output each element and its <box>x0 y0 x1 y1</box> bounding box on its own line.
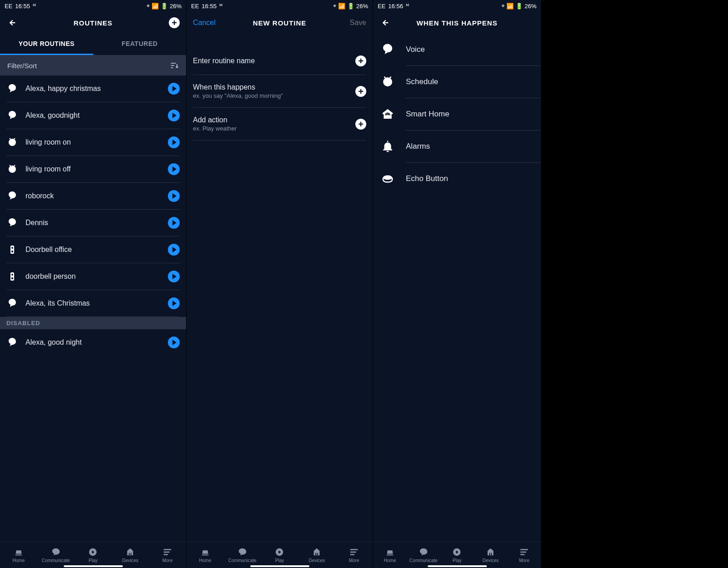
nav-label: More <box>162 558 173 563</box>
battery-icon: 🔋 <box>516 3 523 10</box>
play-button[interactable] <box>168 244 180 256</box>
svg-point-1 <box>11 247 13 249</box>
nav-play[interactable]: Play <box>261 542 298 568</box>
status-right: ⌖ 📶 🔋 26% <box>501 2 536 10</box>
nav-play[interactable]: Play <box>440 542 474 568</box>
nav-label: Play <box>453 558 461 563</box>
tab-your-routines[interactable]: YOUR ROUTINES <box>0 34 93 55</box>
option-subtitle: ex. Play weather <box>193 125 349 132</box>
routine-row[interactable]: doorbell person <box>0 263 186 290</box>
trigger-echo-button[interactable]: Echo Button <box>373 163 541 195</box>
back-button[interactable] <box>6 18 16 28</box>
gmail-icon: ᴹ <box>33 3 36 10</box>
status-bar: EE 16:56 ᴹ ⌖ 📶 🔋 26% <box>373 0 541 12</box>
nav-label: More <box>349 558 359 563</box>
sort-icon <box>170 61 179 70</box>
nav-communicate[interactable]: Communicate <box>407 542 440 568</box>
battery-icon: 🔋 <box>161 3 168 10</box>
nav-more[interactable]: More <box>149 542 186 568</box>
schedule-icon <box>379 75 396 89</box>
nav-communicate[interactable]: Communicate <box>224 542 261 568</box>
nav-devices[interactable]: Devices <box>474 542 507 568</box>
status-time: 16:55 <box>202 3 217 10</box>
play-button[interactable] <box>168 190 180 202</box>
trigger-alarms[interactable]: Alarms <box>373 131 541 162</box>
routine-label: Alexa, its Christmas <box>25 299 161 307</box>
add-routine-button[interactable]: + <box>169 17 180 28</box>
nav-more[interactable]: More <box>335 542 373 568</box>
play-button[interactable] <box>168 136 180 148</box>
filter-sort-button[interactable]: Filter/Sort <box>0 55 186 75</box>
nav-label: Home <box>199 558 212 563</box>
play-button[interactable] <box>168 297 180 309</box>
new-routine-option[interactable]: Add action ex. Play weather + <box>187 108 373 140</box>
nav-label: Home <box>384 558 396 563</box>
nav-label: Play <box>275 558 284 563</box>
devices-icon <box>485 547 495 557</box>
cancel-button[interactable]: Cancel <box>193 19 216 27</box>
routine-row[interactable]: roborock <box>0 183 186 209</box>
routine-row[interactable]: Alexa, good night <box>0 329 186 356</box>
routine-row[interactable]: living room off <box>0 156 186 182</box>
routine-row[interactable]: Doorbell office <box>0 236 186 263</box>
routine-row[interactable]: Alexa, happy christmas <box>0 75 186 102</box>
svg-rect-3 <box>10 272 14 281</box>
header: ROUTINES + <box>0 12 186 34</box>
play-button[interactable] <box>168 83 180 95</box>
gmail-icon: ᴹ <box>219 3 222 10</box>
svg-rect-8 <box>204 555 207 555</box>
nav-home[interactable]: Home <box>0 542 37 568</box>
routines-list[interactable]: Alexa, happy christmas Alexa, goodnight … <box>0 75 186 542</box>
new-routine-option[interactable]: Enter routine name + <box>187 47 373 75</box>
add-button[interactable]: + <box>355 86 366 97</box>
new-routine-option[interactable]: When this happens ex. you say "Alexa, go… <box>187 75 373 107</box>
smarthome-icon <box>379 107 396 121</box>
nav-indicator <box>250 565 309 567</box>
back-button[interactable] <box>379 18 389 28</box>
bottom-nav: Home Communicate Play Devices More <box>187 542 373 568</box>
trigger-schedule[interactable]: Schedule <box>373 66 541 98</box>
play-button[interactable] <box>168 163 180 175</box>
add-button[interactable]: + <box>355 119 366 130</box>
nav-home[interactable]: Home <box>373 542 407 568</box>
svg-point-11 <box>383 176 392 180</box>
devices-icon <box>125 547 135 557</box>
screen-when-this-happens: EE 16:56 ᴹ ⌖ 📶 🔋 26% WHEN THIS HAPPENS V… <box>373 0 541 568</box>
voice-icon <box>6 337 18 348</box>
nav-label: Home <box>13 558 25 563</box>
routine-row[interactable]: Alexa, goodnight <box>0 102 186 129</box>
nav-play[interactable]: Play <box>75 542 112 568</box>
play-button[interactable] <box>168 217 180 229</box>
routine-label: doorbell person <box>25 272 161 281</box>
screen-routines: EE 16:55 ᴹ ⌖ 📶 🔋 26% ROUTINES + YOUR ROU… <box>0 0 187 568</box>
play-icon <box>274 547 284 557</box>
status-right: ⌖ 📶 🔋 26% <box>333 2 368 10</box>
routine-row[interactable]: Dennis <box>0 210 186 236</box>
page-title: WHEN THIS HAPPENS <box>407 19 507 27</box>
voice-icon <box>6 217 18 229</box>
nav-label: Devices <box>483 558 499 563</box>
nav-devices[interactable]: Devices <box>298 542 335 568</box>
play-button[interactable] <box>168 271 180 282</box>
save-button[interactable]: Save <box>350 19 366 27</box>
routine-row[interactable]: Alexa, its Christmas <box>0 290 186 317</box>
nav-more[interactable]: More <box>507 542 541 568</box>
nav-devices[interactable]: Devices <box>111 542 149 568</box>
svg-point-4 <box>11 274 13 276</box>
add-button[interactable]: + <box>355 55 366 66</box>
routine-row[interactable]: living room on <box>0 129 186 156</box>
nav-communicate[interactable]: Communicate <box>37 542 75 568</box>
nav-indicator <box>64 565 123 567</box>
nav-label: Devices <box>309 558 325 563</box>
nav-home[interactable]: Home <box>187 542 224 568</box>
trigger-voice[interactable]: Voice <box>373 34 541 65</box>
tab-featured[interactable]: FEATURED <box>93 34 187 55</box>
echobutton-icon <box>379 172 396 186</box>
play-button[interactable] <box>168 110 180 121</box>
page-title: ROUTINES <box>34 19 152 27</box>
play-button[interactable] <box>168 337 180 348</box>
trigger-smart-home[interactable]: Smart Home <box>373 98 541 130</box>
svg-rect-12 <box>389 555 391 555</box>
screen-new-routine: EE 16:55 ᴹ ⌖ 📶 🔋 26% Cancel NEW ROUTINE … <box>187 0 373 568</box>
option-title: Enter routine name <box>193 57 349 65</box>
